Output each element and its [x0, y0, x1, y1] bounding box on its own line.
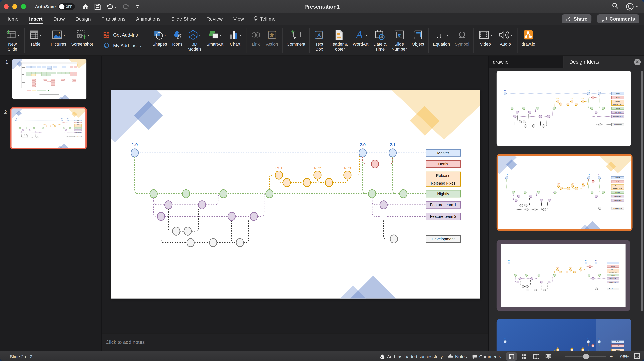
equation-button[interactable]: π ⌄ Equation	[430, 25, 452, 56]
icons-button[interactable]: Icons	[170, 25, 185, 56]
shapes-icon	[153, 30, 164, 40]
audio-icon	[498, 30, 510, 40]
zoom-in-button[interactable]: +	[610, 353, 613, 360]
link-button[interactable]: Link	[248, 25, 264, 56]
slide-number-icon: #	[394, 30, 404, 40]
slide-thumbnails-panel: 1 2	[0, 56, 102, 350]
my-addins-button[interactable]: My Add-ins ⌄	[103, 42, 142, 49]
get-addins-button[interactable]: Get Add-ins	[103, 32, 142, 39]
tab-slide-show[interactable]: Slide Show	[166, 13, 201, 25]
new-slide-icon	[5, 30, 18, 40]
fit-slide-to-window-button[interactable]	[634, 353, 640, 360]
slide-canvas[interactable]	[112, 91, 480, 298]
comments-toggle[interactable]: Comments	[472, 354, 501, 359]
table-button[interactable]: ⌄ Table	[26, 25, 44, 56]
notes-placeholder: Click to add notes	[106, 339, 145, 345]
addins-status: Add-ins loaded successfully	[380, 354, 443, 359]
share-icon	[566, 16, 571, 22]
save-icon[interactable]	[94, 4, 100, 10]
zoom-level[interactable]: 96%	[618, 354, 630, 359]
smartart-button[interactable]: ⌄ SmartArt	[204, 25, 226, 56]
equation-icon: π	[434, 30, 446, 40]
tab-animations[interactable]: Animations	[131, 13, 166, 25]
window-controls	[4, 4, 26, 9]
drawio-panel-tab[interactable]: draw.io	[489, 56, 564, 68]
tab-view[interactable]: View	[228, 13, 249, 25]
drawio-icon	[523, 30, 534, 40]
action-button[interactable]: Action	[264, 25, 280, 56]
action-icon	[266, 30, 277, 40]
smartart-icon	[208, 30, 220, 40]
close-panel-icon[interactable]: ✕	[634, 59, 641, 66]
symbol-icon: Ω	[456, 30, 467, 40]
slide-1-thumbnail[interactable]	[12, 59, 86, 99]
header-footer-button[interactable]: Header & Footer	[327, 25, 350, 56]
ribbon: ⌄ New Slide ⌄ Table ⌄ Pictures	[0, 25, 644, 56]
ribbon-tab-row: Home Insert Draw Design Transitions Anim…	[0, 13, 644, 25]
comments-status-icon	[472, 354, 477, 359]
tab-insert[interactable]: Insert	[24, 13, 48, 25]
autosave-toggle[interactable]: OFF	[58, 3, 74, 10]
link-icon	[250, 30, 261, 40]
powerpoint-window: AutoSave OFF ⌄ Presentation	[0, 0, 644, 361]
panel-scrollbar[interactable]	[641, 71, 643, 311]
design-idea-2-selected[interactable]	[496, 154, 632, 231]
tell-me-button[interactable]: Tell me	[249, 16, 280, 22]
chart-icon	[228, 30, 239, 40]
share-button[interactable]: Share	[562, 15, 592, 24]
home-icon[interactable]	[82, 3, 88, 10]
comment-icon	[601, 16, 607, 22]
slide-counter: Slide 2 of 2	[10, 354, 32, 359]
notes-pane[interactable]: Click to add notes	[102, 333, 488, 350]
autosave-state-label: OFF	[66, 5, 72, 9]
video-button[interactable]: ⌄ Video	[476, 25, 496, 56]
zoom-out-button[interactable]: –	[558, 353, 562, 360]
drawio-ribbon-button[interactable]: draw.io	[519, 25, 538, 56]
normal-view-button[interactable]	[506, 352, 516, 360]
redo-button[interactable]	[122, 4, 130, 10]
minimize-window-button[interactable]	[12, 4, 18, 9]
slide-sorter-view-button[interactable]	[518, 352, 529, 360]
comments-button[interactable]: Comments	[597, 15, 639, 24]
slide-number-button[interactable]: # Slide Number	[389, 25, 409, 56]
slide-show-button[interactable]	[543, 352, 554, 360]
comment-button[interactable]: Comment	[284, 25, 308, 56]
account-menu[interactable]: ▼	[626, 3, 638, 11]
tab-design[interactable]: Design	[70, 13, 96, 25]
text-box-button[interactable]: A Text Box	[312, 25, 327, 56]
wordart-button[interactable]: A ⌄ WordArt	[350, 25, 371, 56]
tab-home[interactable]: Home	[0, 13, 24, 25]
screenshot-button[interactable]: ⌄ Screenshot	[69, 25, 96, 56]
svg-text:π: π	[436, 30, 442, 40]
pictures-button[interactable]: ⌄ Pictures	[48, 25, 69, 56]
chart-button[interactable]: ⌄ Chart	[226, 25, 244, 56]
object-button[interactable]: Object	[409, 25, 426, 56]
customize-quick-access-icon[interactable]	[136, 4, 140, 9]
zoom-window-button[interactable]	[21, 4, 26, 9]
undo-button[interactable]: ⌄	[106, 4, 117, 10]
wordart-icon: A	[354, 30, 365, 40]
slide-2-number: 2	[4, 110, 7, 115]
zoom-slider[interactable]	[565, 356, 606, 357]
date-time-button[interactable]: Date & Time	[371, 25, 389, 56]
svg-text:A: A	[356, 30, 362, 40]
tab-draw[interactable]: Draw	[48, 13, 70, 25]
new-comment-icon	[290, 30, 302, 40]
new-slide-button[interactable]: ⌄ New Slide	[2, 25, 22, 56]
autosave-toggle-knob	[59, 4, 64, 10]
slide-2-thumbnail[interactable]	[10, 107, 86, 149]
reading-view-button[interactable]	[530, 352, 541, 360]
audio-button[interactable]: ⌄ Audio	[496, 25, 516, 56]
date-time-icon	[374, 30, 386, 41]
3d-models-button[interactable]: ⌄ 3D Models	[185, 25, 204, 56]
shapes-button[interactable]: ⌄ Shapes	[150, 25, 170, 56]
close-window-button[interactable]	[4, 4, 8, 9]
zoom-slider-thumb[interactable]	[583, 353, 589, 359]
design-idea-1[interactable]	[496, 71, 632, 146]
search-icon[interactable]	[612, 3, 618, 11]
tab-transitions[interactable]: Transitions	[96, 13, 131, 25]
notes-toggle[interactable]: Notes	[448, 354, 467, 359]
tab-review[interactable]: Review	[201, 13, 228, 25]
design-idea-3[interactable]	[496, 240, 630, 311]
symbol-button[interactable]: Ω Symbol	[452, 25, 472, 56]
